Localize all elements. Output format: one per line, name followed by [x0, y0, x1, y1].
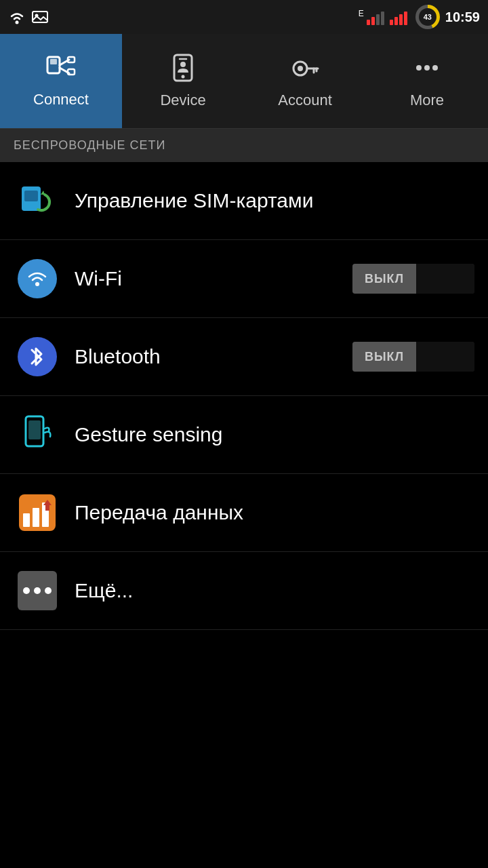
svg-point-12: [298, 66, 303, 71]
status-bar: E 43 10:59: [0, 0, 488, 34]
svg-point-0: [16, 21, 19, 24]
data-label: Передача данных: [75, 501, 474, 524]
tab-connect[interactable]: Connect: [0, 34, 122, 128]
signal-strength: E: [359, 9, 384, 25]
bluetooth-label: Bluetooth: [75, 345, 352, 368]
tab-device[interactable]: Device: [122, 34, 244, 128]
svg-rect-23: [28, 420, 41, 439]
account-icon: [291, 54, 319, 82]
settings-item-data[interactable]: Передача данных: [0, 474, 488, 552]
sim-label: Управление SIM-картами: [75, 189, 474, 212]
settings-list: Управление SIM-картами Wi-Fi ВЫКЛ: [0, 162, 488, 630]
device-icon: [169, 54, 197, 82]
more-dots-icon: [18, 571, 57, 610]
svg-point-8: [182, 75, 185, 78]
more-icon: [413, 54, 441, 82]
status-icons-left: [8, 9, 49, 24]
tab-account[interactable]: Account: [244, 34, 366, 128]
svg-point-16: [416, 65, 422, 71]
svg-point-21: [35, 282, 39, 286]
sim-icon: [18, 181, 57, 220]
more-label: Ещё...: [75, 579, 474, 602]
gesture-icon: [20, 415, 54, 454]
settings-item-bluetooth[interactable]: Bluetooth ВЫКЛ: [0, 318, 488, 396]
time-display: 10:59: [445, 9, 480, 25]
wifi-icon: [18, 259, 57, 298]
svg-rect-1: [33, 12, 47, 22]
svg-rect-25: [23, 513, 30, 527]
svg-point-10: [180, 62, 186, 67]
gesture-label: Gesture sensing: [75, 423, 474, 446]
settings-item-wifi[interactable]: Wi-Fi ВЫКЛ: [0, 240, 488, 318]
wifi-toggle[interactable]: ВЫКЛ: [352, 264, 474, 294]
bluetooth-toggle[interactable]: ВЫКЛ: [352, 342, 474, 372]
bluetooth-icon: [18, 337, 57, 376]
connect-icon: [45, 54, 77, 81]
svg-rect-26: [33, 508, 39, 527]
settings-item-more[interactable]: Ещё...: [0, 552, 488, 630]
settings-item-sim[interactable]: Управление SIM-картами: [0, 162, 488, 240]
tab-account-label: Account: [278, 92, 332, 109]
image-status-icon: [31, 9, 49, 24]
battery-indicator: 43: [415, 5, 440, 29]
tab-bar: Connect Device Acc: [0, 34, 488, 129]
tab-connect-label: Connect: [33, 91, 89, 108]
tab-more[interactable]: More: [366, 34, 488, 128]
section-header-wireless: БЕСПРОВОДНЫЕ СЕТИ: [0, 129, 488, 162]
data-transfer-icon: [18, 493, 57, 532]
tab-more-label: More: [410, 92, 444, 109]
svg-rect-20: [24, 191, 38, 201]
status-icons-right: E 43 10:59: [359, 5, 480, 29]
settings-item-gesture[interactable]: Gesture sensing: [0, 396, 488, 474]
tab-device-label: Device: [160, 92, 205, 109]
svg-rect-4: [50, 59, 57, 64]
svg-point-17: [424, 65, 430, 71]
wifi-label: Wi-Fi: [75, 267, 352, 290]
wifi-status-icon: [8, 9, 26, 24]
svg-point-18: [432, 65, 438, 71]
signal-strength-2: [390, 9, 407, 25]
